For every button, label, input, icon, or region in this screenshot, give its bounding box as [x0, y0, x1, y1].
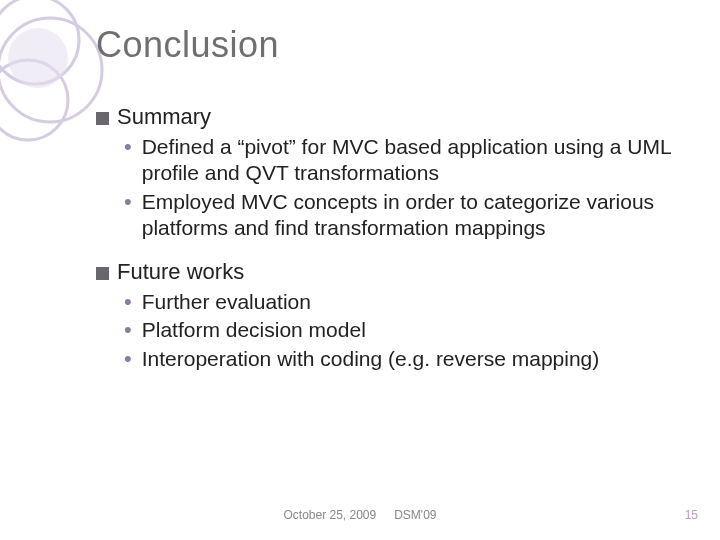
list-item-text: Defined a “pivot” for MVC based applicat…: [142, 134, 680, 187]
dot-bullet-icon: •: [124, 134, 132, 160]
summary-list: • Defined a “pivot” for MVC based applic…: [124, 134, 680, 241]
list-item: • Further evaluation: [124, 289, 680, 315]
list-item: • Employed MVC concepts in order to cate…: [124, 189, 680, 242]
section-heading-summary: Summary: [96, 104, 680, 130]
list-item-text: Interoperation with coding (e.g. reverse…: [142, 346, 600, 372]
list-item-text: Employed MVC concepts in order to catego…: [142, 189, 680, 242]
dot-bullet-icon: •: [124, 189, 132, 215]
square-bullet-icon: [96, 267, 109, 280]
square-bullet-icon: [96, 112, 109, 125]
dot-bullet-icon: •: [124, 346, 132, 372]
list-item: • Defined a “pivot” for MVC based applic…: [124, 134, 680, 187]
page-number: 15: [685, 508, 698, 522]
footer-venue: DSM'09: [394, 508, 436, 522]
section-heading-future: Future works: [96, 259, 680, 285]
section-heading-label: Future works: [117, 259, 244, 285]
list-item-text: Platform decision model: [142, 317, 366, 343]
footer: October 25, 2009 DSM'09: [0, 508, 720, 522]
section-heading-label: Summary: [117, 104, 211, 130]
list-item: • Interoperation with coding (e.g. rever…: [124, 346, 680, 372]
list-item: • Platform decision model: [124, 317, 680, 343]
list-item-text: Further evaluation: [142, 289, 311, 315]
slide-title: Conclusion: [96, 24, 680, 66]
dot-bullet-icon: •: [124, 289, 132, 315]
slide-body: Conclusion Summary • Defined a “pivot” f…: [0, 0, 720, 540]
future-list: • Further evaluation • Platform decision…: [124, 289, 680, 372]
footer-date: October 25, 2009: [283, 508, 376, 522]
dot-bullet-icon: •: [124, 317, 132, 343]
